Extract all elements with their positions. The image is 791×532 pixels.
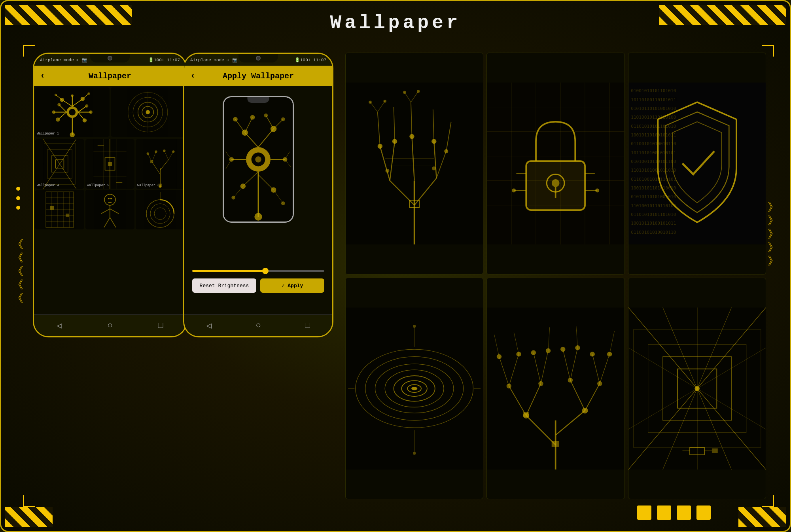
dot-3: [16, 206, 20, 210]
wallpaper-row-1: Wallpaper 1: [35, 87, 185, 137]
wallpaper-cell-8[interactable]: [85, 190, 134, 229]
wallpaper-label-1: Wallpaper 1: [37, 132, 59, 136]
svg-point-254: [597, 381, 602, 386]
right-chevrons: 》 》 》 》 》: [768, 203, 779, 267]
brightness-slider[interactable]: [192, 267, 324, 275]
dot-1: [16, 187, 20, 191]
status-right-text: 🔋100+ 11:07: [148, 57, 180, 62]
nav-back-center[interactable]: ◁: [206, 320, 212, 331]
reset-brightness-button[interactable]: Reset Brightness: [192, 278, 256, 293]
svg-point-15: [57, 103, 61, 106]
dot-2: [16, 196, 20, 200]
svg-point-185: [512, 189, 516, 193]
svg-point-114: [233, 117, 238, 122]
gallery-item-4[interactable]: [345, 278, 483, 500]
back-button-left[interactable]: ‹: [40, 71, 45, 81]
svg-text:01101001010110101: 01101001010110101: [631, 177, 676, 182]
bottom-dot-2: [657, 505, 671, 520]
left-chevrons: 《 《 《 《 《: [12, 240, 23, 305]
svg-rect-82: [50, 206, 54, 210]
chevron-right-5: 》: [768, 256, 779, 267]
gallery-item-2[interactable]: [486, 53, 624, 275]
apply-button[interactable]: ✓ Apply: [260, 278, 324, 293]
gallery-item-3[interactable]: 01001010101101010 10110100110101011 0101…: [628, 53, 766, 275]
svg-point-132: [281, 201, 285, 205]
svg-point-159: [369, 100, 371, 103]
svg-text:10010110100101011: 10010110100101011: [631, 221, 676, 226]
wallpaper-label-4: Wallpaper 4: [37, 184, 59, 187]
svg-point-24: [55, 94, 57, 96]
svg-point-104: [254, 213, 262, 220]
action-buttons: Reset Brightness ✓ Apply: [192, 278, 324, 293]
phone-content-left: Wallpaper 1: [34, 86, 186, 314]
corner-decoration-bl: [5, 507, 53, 527]
corner-decoration-tl: [5, 5, 132, 25]
phone-title-left: Wallpaper: [89, 72, 131, 81]
corner-decoration-tr: [659, 5, 786, 25]
svg-point-21: [85, 104, 88, 108]
wallpaper-cell-5[interactable]: Wallpaper 5: [85, 139, 134, 189]
bottom-dots: [637, 505, 711, 520]
svg-point-92: [110, 198, 112, 199]
svg-point-110: [229, 157, 234, 162]
wallpaper-cell-9[interactable]: [136, 190, 185, 229]
corner-decoration-br: [738, 507, 786, 527]
nav-recent-center[interactable]: □: [305, 321, 310, 331]
svg-point-2: [69, 109, 76, 115]
svg-point-67: [163, 150, 165, 152]
svg-rect-256: [523, 412, 529, 417]
wallpaper-cell-6[interactable]: Wallpaper 6: [136, 139, 185, 189]
svg-point-68: [172, 150, 174, 153]
right-gallery-panel: 01001010101101010 10110100110101011 0101…: [345, 53, 766, 499]
svg-point-91: [108, 198, 110, 199]
svg-point-160: [384, 100, 386, 102]
nav-home-left[interactable]: ○: [107, 321, 112, 331]
svg-point-213: [411, 386, 417, 390]
gallery-item-6[interactable]: [628, 278, 766, 500]
bottom-dot-3: [677, 505, 691, 520]
svg-text:10110100110101011: 10110100110101011: [631, 97, 676, 102]
svg-point-251: [507, 383, 511, 388]
back-button-center[interactable]: ‹: [190, 71, 195, 81]
svg-point-120: [281, 117, 285, 121]
left-dots: [16, 187, 20, 210]
svg-point-26: [87, 93, 90, 95]
nav-home-center[interactable]: ○: [255, 321, 261, 331]
wallpaper-cell-7[interactable]: [35, 190, 84, 229]
svg-point-22: [71, 95, 74, 97]
svg-point-237: [517, 352, 521, 356]
gallery-item-5[interactable]: [486, 278, 624, 500]
svg-text:10010110100101011: 10010110100101011: [631, 133, 676, 138]
wallpaper-cell-2[interactable]: [111, 87, 185, 137]
gallery-item-1[interactable]: [345, 53, 483, 275]
svg-point-8: [52, 110, 55, 114]
chevron-left-2: 《: [12, 253, 23, 264]
nav-back-left[interactable]: ◁: [57, 320, 62, 331]
phone-left: Airplane mode ✈ 📷 🔋100+ 11:07 ‹ Wallpape…: [33, 53, 187, 337]
bracket-bl: [23, 495, 35, 507]
svg-text:01100101010010110: 01100101010010110: [631, 230, 676, 235]
svg-text:10010101101010010: 10010101101010010: [631, 186, 676, 191]
phone-center: Airplane mode ✈ 📷 🔋100+ 11:07 ‹ Apply Wa…: [183, 53, 333, 337]
phone-camera-left: [108, 56, 112, 61]
svg-point-253: [568, 377, 573, 382]
svg-point-179: [552, 179, 560, 187]
preview-notch: [248, 97, 269, 103]
wallpaper-cell-1[interactable]: Wallpaper 1: [35, 87, 110, 137]
bracket-tl: [23, 45, 35, 57]
wallpaper-row-3: [35, 190, 185, 229]
status-center-left: Airplane mode ✈ 📷: [190, 57, 238, 62]
brightness-thumb[interactable]: [262, 268, 269, 274]
svg-point-252: [539, 381, 543, 386]
svg-point-164: [417, 90, 420, 93]
svg-text:01001010101101010: 01001010101101010: [631, 88, 676, 93]
svg-point-116: [250, 115, 255, 120]
svg-point-65: [147, 152, 149, 155]
chevron-left-1: 《: [12, 240, 23, 251]
wallpaper-row-2: Wallpaper 4: [35, 139, 185, 189]
wallpaper-cell-4[interactable]: Wallpaper 4: [35, 139, 84, 189]
phone-camera-center: [256, 56, 261, 61]
nav-recent-left[interactable]: □: [158, 321, 163, 331]
svg-point-186: [595, 189, 599, 193]
svg-point-9: [89, 110, 92, 114]
